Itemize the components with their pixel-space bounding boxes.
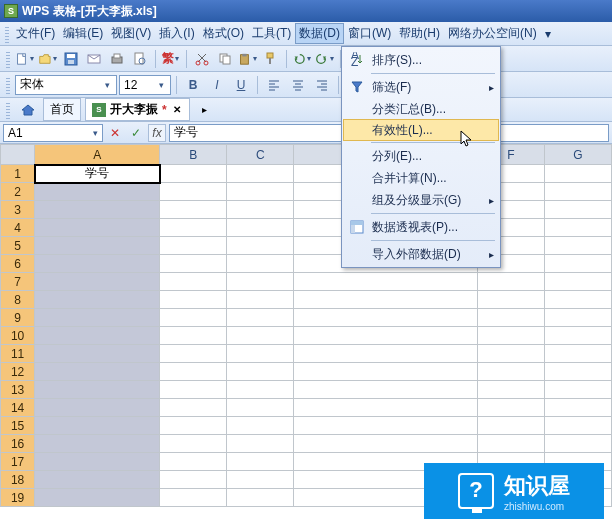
cell[interactable] [544, 381, 611, 399]
undo-button[interactable]: ▾ [291, 48, 313, 70]
cell[interactable] [478, 363, 545, 381]
underline-button[interactable]: U [230, 74, 252, 96]
tab-scroll-button[interactable]: ▸ [194, 99, 216, 121]
cell[interactable] [294, 273, 478, 291]
cell[interactable] [160, 453, 227, 471]
italic-button[interactable]: I [206, 74, 228, 96]
cut-button[interactable] [191, 48, 213, 70]
cell[interactable] [544, 183, 611, 201]
menu-subtotal[interactable]: 分类汇总(B)... [343, 98, 499, 120]
cell[interactable] [294, 309, 478, 327]
menu-group[interactable]: 组及分级显示(G) ▸ [343, 189, 499, 211]
cell[interactable] [544, 219, 611, 237]
cell[interactable] [160, 363, 227, 381]
menu-view[interactable]: 视图(V) [107, 23, 155, 44]
cell[interactable] [294, 435, 478, 453]
menu-data[interactable]: 数据(D) [295, 23, 344, 44]
cell[interactable] [544, 417, 611, 435]
cell[interactable] [294, 363, 478, 381]
cell[interactable] [160, 489, 227, 507]
paste-button[interactable]: ▾ [237, 48, 259, 70]
col-header-g[interactable]: G [544, 145, 611, 165]
cell[interactable] [294, 345, 478, 363]
cell[interactable] [160, 471, 227, 489]
cell[interactable] [227, 435, 294, 453]
menu-file[interactable]: 文件(F) [12, 23, 59, 44]
tab-home[interactable]: 首页 [43, 98, 81, 121]
cell[interactable] [478, 291, 545, 309]
cell[interactable] [35, 363, 160, 381]
cell[interactable] [544, 255, 611, 273]
cell[interactable] [160, 273, 227, 291]
col-header-a[interactable]: A [35, 145, 160, 165]
cell[interactable] [544, 345, 611, 363]
align-left-button[interactable] [263, 74, 285, 96]
cell[interactable] [294, 381, 478, 399]
cell[interactable] [227, 291, 294, 309]
toolbar-grip[interactable] [6, 50, 10, 68]
bold-button[interactable]: B [182, 74, 204, 96]
row-header[interactable]: 4 [1, 219, 35, 237]
cell[interactable] [227, 255, 294, 273]
traditional-button[interactable]: 繁▾ [160, 48, 182, 70]
cell[interactable] [227, 183, 294, 201]
menu-validation[interactable]: 有效性(L)... [343, 119, 499, 141]
cell[interactable] [227, 489, 294, 507]
cell[interactable] [294, 327, 478, 345]
cell[interactable] [478, 273, 545, 291]
tab-document[interactable]: S 开大李振 * ✕ [85, 98, 190, 121]
cell[interactable] [227, 399, 294, 417]
fx-label[interactable]: fx [148, 124, 166, 142]
cell[interactable] [227, 219, 294, 237]
cell[interactable] [227, 417, 294, 435]
cell[interactable] [544, 273, 611, 291]
row-header[interactable]: 1 [1, 165, 35, 183]
cell[interactable] [544, 399, 611, 417]
cell[interactable] [35, 381, 160, 399]
menu-texttocolumns[interactable]: 分列(E)... [343, 145, 499, 167]
cell[interactable] [478, 399, 545, 417]
fx-confirm-icon[interactable]: ✓ [127, 122, 145, 144]
save-button[interactable] [60, 48, 82, 70]
cell[interactable] [160, 255, 227, 273]
open-button[interactable]: ▾ [37, 48, 59, 70]
cell[interactable] [35, 309, 160, 327]
cell[interactable] [544, 165, 611, 183]
row-header[interactable]: 15 [1, 417, 35, 435]
format-painter-button[interactable] [260, 48, 282, 70]
home-icon[interactable] [17, 99, 39, 121]
cell[interactable] [544, 327, 611, 345]
cell[interactable] [160, 309, 227, 327]
col-header-c[interactable]: C [227, 145, 294, 165]
cell[interactable] [478, 381, 545, 399]
cell[interactable] [160, 219, 227, 237]
cell[interactable] [478, 417, 545, 435]
cell[interactable] [544, 309, 611, 327]
cell[interactable] [35, 399, 160, 417]
cell[interactable] [227, 273, 294, 291]
row-header[interactable]: 7 [1, 273, 35, 291]
cell[interactable] [544, 291, 611, 309]
cell[interactable] [35, 201, 160, 219]
new-button[interactable]: ▾ [14, 48, 36, 70]
align-right-button[interactable] [311, 74, 333, 96]
cell[interactable] [35, 345, 160, 363]
font-input[interactable] [20, 76, 100, 94]
cell[interactable] [544, 363, 611, 381]
cell[interactable] [294, 291, 478, 309]
cell[interactable] [227, 345, 294, 363]
row-header[interactable]: 2 [1, 183, 35, 201]
cell[interactable] [227, 237, 294, 255]
cell[interactable] [294, 417, 478, 435]
row-header[interactable]: 3 [1, 201, 35, 219]
format-grip[interactable] [6, 76, 10, 94]
cell[interactable] [294, 399, 478, 417]
cell[interactable] [160, 183, 227, 201]
cell[interactable] [478, 309, 545, 327]
cell[interactable] [160, 345, 227, 363]
row-header[interactable]: 14 [1, 399, 35, 417]
row-header[interactable]: 8 [1, 291, 35, 309]
cell[interactable] [160, 165, 227, 183]
cell[interactable] [35, 237, 160, 255]
cell[interactable] [227, 309, 294, 327]
